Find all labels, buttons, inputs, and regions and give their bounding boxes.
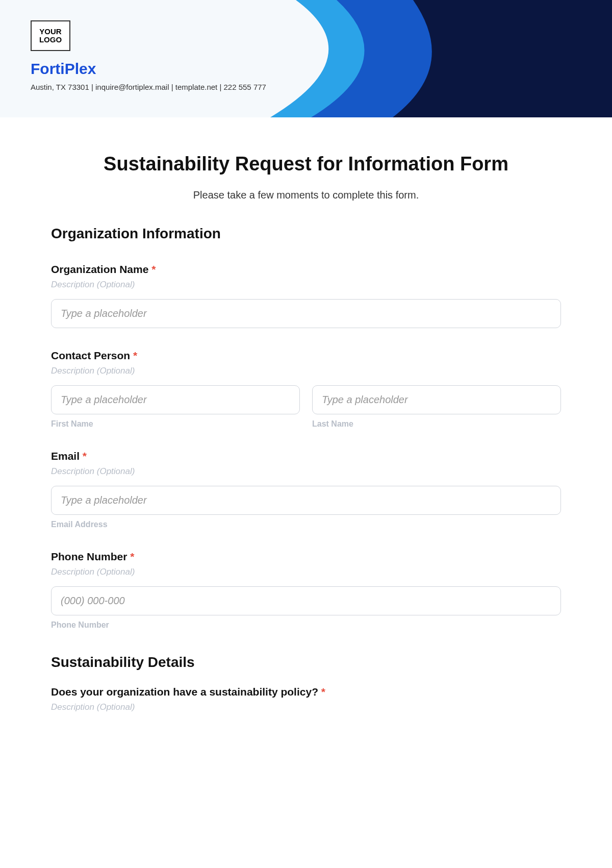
label-phone: Phone Number *: [51, 551, 561, 563]
label-contact-person: Contact Person *: [51, 350, 561, 362]
sublabel-first-name: First Name: [51, 419, 300, 429]
desc-contact-person: Description (Optional): [51, 366, 561, 376]
desc-organization-name: Description (Optional): [51, 280, 561, 290]
company-info: Austin, TX 73301 | inquire@fortiplex.mai…: [31, 83, 612, 91]
logo-placeholder: YOUR LOGO: [31, 20, 70, 51]
input-phone[interactable]: [51, 586, 561, 615]
required-mark: *: [130, 350, 137, 361]
sublabel-phone: Phone Number: [51, 621, 561, 630]
field-email: Email * Description (Optional) Email Add…: [51, 450, 561, 529]
section-sustainability-title: Sustainability Details: [51, 654, 561, 671]
required-mark: *: [127, 551, 134, 562]
company-name: FortiPlex: [31, 60, 612, 78]
section-org-info-title: Organization Information: [51, 226, 561, 242]
page-title: Sustainability Request for Information F…: [51, 153, 561, 175]
field-organization-name: Organization Name * Description (Optiona…: [51, 263, 561, 328]
field-contact-person: Contact Person * Description (Optional) …: [51, 350, 561, 429]
field-sustainability-policy: Does your organization have a sustainabi…: [51, 686, 561, 712]
header: YOUR LOGO FortiPlex Austin, TX 73301 | i…: [0, 0, 612, 117]
required-mark: *: [148, 263, 156, 275]
required-mark: *: [318, 686, 325, 698]
desc-phone: Description (Optional): [51, 567, 561, 577]
sublabel-last-name: Last Name: [312, 419, 561, 429]
desc-sustainability-policy: Description (Optional): [51, 702, 561, 712]
label-email: Email *: [51, 450, 561, 462]
main-content: Sustainability Request for Information F…: [0, 117, 612, 733]
input-email[interactable]: [51, 486, 561, 515]
sublabel-email: Email Address: [51, 520, 561, 529]
field-phone: Phone Number * Description (Optional) Ph…: [51, 551, 561, 630]
required-mark: *: [80, 450, 87, 462]
label-organization-name: Organization Name *: [51, 263, 561, 276]
page-subtitle: Please take a few moments to complete th…: [51, 189, 561, 201]
input-last-name[interactable]: [312, 385, 561, 414]
input-first-name[interactable]: [51, 385, 300, 414]
desc-email: Description (Optional): [51, 466, 561, 477]
input-organization-name[interactable]: [51, 299, 561, 328]
label-sustainability-policy: Does your organization have a sustainabi…: [51, 686, 561, 698]
